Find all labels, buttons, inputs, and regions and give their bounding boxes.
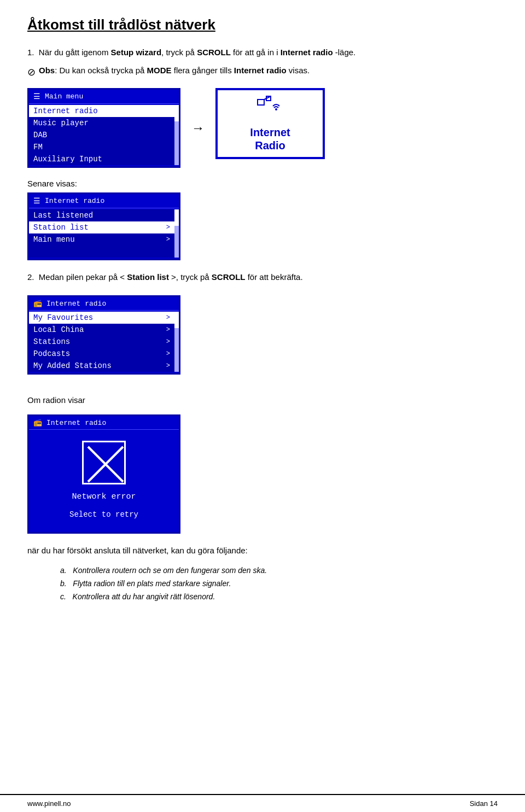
network-error-header-label: Internet radio bbox=[46, 419, 106, 427]
internet-radio-icon-box: Internet Radio bbox=[215, 88, 325, 159]
menu-item-label: DAB bbox=[33, 131, 47, 139]
station-item-podcasts: Podcasts > bbox=[29, 348, 174, 360]
item-arrow: > bbox=[166, 236, 170, 243]
menu-item-label: FM bbox=[33, 143, 43, 151]
scrollbar-3 bbox=[174, 312, 179, 372]
scrollbar bbox=[174, 105, 179, 165]
item-arrow: > bbox=[166, 224, 170, 231]
submenu-header-label: Internet radio bbox=[45, 197, 104, 205]
main-menu-screen: ☰ Main menu Internet radio Music player … bbox=[27, 88, 180, 168]
scrollbar-thumb-2 bbox=[174, 209, 179, 226]
footnote-b: b. Flytta radion till en plats med stark… bbox=[60, 579, 498, 588]
network-error-screen: 📻 Internet radio Network error Select to… bbox=[27, 414, 180, 534]
footnote-c: c. Kontrollera att du har angivit rätt l… bbox=[60, 592, 498, 601]
om-radion-label: Om radion visar bbox=[27, 395, 498, 405]
station-item-my-added: My Added Stations > bbox=[29, 360, 174, 372]
obs-note: ⊘ Obs: Du kan också trycka på MODE flera… bbox=[27, 66, 498, 78]
radio-icon bbox=[256, 95, 284, 121]
submenu-item-main-menu: Main menu > bbox=[29, 233, 174, 246]
station-list-header: 📻 Internet radio bbox=[29, 297, 179, 311]
menu-item-label: Music player bbox=[33, 119, 89, 127]
item-label: Local China bbox=[33, 325, 84, 334]
item-arrow: > bbox=[166, 326, 170, 334]
item-label: Stations bbox=[33, 337, 70, 346]
scrollbar-thumb-3 bbox=[174, 312, 179, 328]
menu-item-label: Auxiliary Input bbox=[33, 155, 102, 163]
internet-radio-label: Internet Radio bbox=[250, 126, 290, 152]
page-title: Åtkomst till trådlöst nätverk bbox=[27, 16, 498, 33]
item-label: Station list bbox=[33, 223, 89, 232]
footnote-letter-c: c. bbox=[60, 592, 71, 601]
item-arrow: > bbox=[166, 338, 170, 346]
item-arrow: > bbox=[166, 350, 170, 358]
menu-item-fm: FM bbox=[29, 141, 174, 153]
footnote-text-c: Kontrollera att du har angivit rätt löse… bbox=[73, 592, 215, 601]
footer-url: www.pinell.no bbox=[27, 799, 71, 808]
footnotes-list: a. Kontrollera routern och se om den fun… bbox=[60, 566, 498, 601]
after-error-text: när du har försökt ansluta till nätverke… bbox=[27, 545, 498, 557]
station-list-header-label: Internet radio bbox=[46, 300, 106, 308]
menu-item-music-player: Music player bbox=[29, 117, 174, 129]
scrollbar-2 bbox=[174, 209, 179, 258]
menu-item-internet-radio: Internet radio bbox=[29, 105, 174, 117]
arrow-right: → bbox=[191, 120, 205, 136]
item-arrow: > bbox=[166, 314, 170, 322]
menu-item-dab: DAB bbox=[29, 129, 174, 141]
later-label: Senare visas: bbox=[27, 179, 498, 188]
obs-text: Obs: Du kan också trycka på MODE flera g… bbox=[39, 66, 310, 75]
menu-item-aux-input: Auxiliary Input bbox=[29, 153, 174, 165]
footnote-text-b: Flytta radion till en plats med starkare… bbox=[73, 579, 231, 588]
footnote-text-a: Kontrollera routern och se om den funger… bbox=[73, 566, 267, 575]
network-error-icon-box bbox=[82, 441, 126, 484]
footnote-letter-b: b. bbox=[60, 579, 71, 588]
station-list-body: My Favourites > Local China > Stations >… bbox=[29, 311, 179, 373]
step2-text: 2. Medan pilen pekar på < Station list >… bbox=[27, 271, 498, 284]
x-icon-svg bbox=[84, 442, 127, 486]
footnote-a: a. Kontrollera routern och se om den fun… bbox=[60, 566, 498, 575]
item-arrow: > bbox=[166, 362, 170, 370]
select-retry-text: Select to retry bbox=[69, 510, 138, 519]
svg-point-3 bbox=[275, 108, 277, 110]
item-label: Podcasts bbox=[33, 349, 70, 358]
menu-item-label: Internet radio bbox=[33, 107, 98, 115]
station-list-icon: 📻 bbox=[33, 299, 42, 308]
svg-rect-0 bbox=[258, 100, 264, 105]
network-error-body: Network error Select to retry bbox=[29, 430, 179, 532]
network-error-icon: 📻 bbox=[33, 418, 42, 427]
menu-icon: ☰ bbox=[33, 92, 40, 101]
submenu-item-empty1 bbox=[29, 246, 174, 258]
item-label: My Favourites bbox=[33, 313, 93, 322]
main-menu-body: Internet radio Music player DAB FM Auxil… bbox=[29, 104, 179, 166]
network-error-header: 📻 Internet radio bbox=[29, 416, 179, 430]
footer-page: Sidan 14 bbox=[470, 799, 498, 808]
submenu-item-station-list: Station list > bbox=[29, 221, 174, 233]
scrollbar-thumb bbox=[174, 105, 179, 121]
submenu-screen: ☰ Internet radio Last listened Station l… bbox=[27, 192, 180, 260]
page-footer: www.pinell.no Sidan 14 bbox=[0, 794, 525, 812]
step1-text: 1. När du gått igenom Setup wizard, tryc… bbox=[27, 46, 498, 59]
submenu-header: ☰ Internet radio bbox=[29, 194, 179, 208]
obs-icon: ⊘ bbox=[27, 66, 36, 78]
screens-row-1: ☰ Main menu Internet radio Music player … bbox=[27, 88, 498, 168]
submenu-body: Last listened Station list > Main menu > bbox=[29, 208, 179, 259]
network-error-message: Network error bbox=[72, 492, 136, 501]
station-list-screen: 📻 Internet radio My Favourites > Local C… bbox=[27, 295, 180, 375]
station-item-stations: Stations > bbox=[29, 336, 174, 348]
station-item-local-china: Local China > bbox=[29, 324, 174, 336]
item-label: Main menu bbox=[33, 235, 75, 244]
item-label: My Added Stations bbox=[33, 361, 112, 370]
radio-svg-icon bbox=[256, 95, 284, 117]
footnote-letter-a: a. bbox=[60, 566, 71, 575]
station-item-my-favourites: My Favourites > bbox=[29, 312, 174, 324]
main-menu-header: ☰ Main menu bbox=[29, 90, 179, 104]
item-label: Last listened bbox=[33, 211, 93, 220]
main-menu-label: Main menu bbox=[45, 92, 83, 101]
submenu-item-last-listened: Last listened bbox=[29, 209, 174, 221]
submenu-menu-icon: ☰ bbox=[33, 196, 40, 206]
